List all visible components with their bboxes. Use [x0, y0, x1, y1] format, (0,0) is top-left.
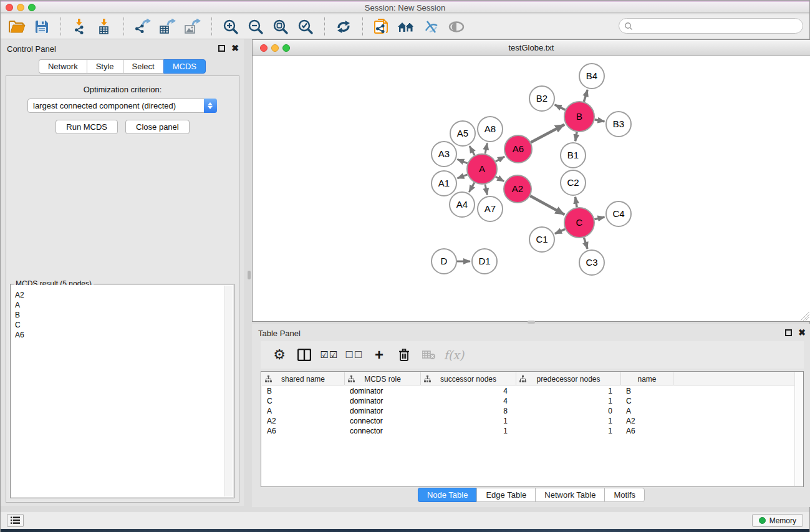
- tab-motifs[interactable]: Motifs: [604, 488, 645, 502]
- node-A3[interactable]: A3: [432, 142, 456, 167]
- tab-edge-table[interactable]: Edge Table: [476, 488, 535, 502]
- delete-row-button[interactable]: [393, 344, 415, 365]
- node-B2[interactable]: B2: [529, 86, 554, 111]
- edge-A6-B[interactable]: [531, 125, 564, 143]
- table-cell[interactable]: A2: [267, 416, 344, 426]
- add-row-button[interactable]: +: [368, 344, 390, 365]
- tab-style[interactable]: Style: [87, 59, 123, 74]
- table-cell[interactable]: A: [267, 406, 344, 416]
- node-B3[interactable]: B3: [606, 112, 631, 137]
- vertical-divider-handle[interactable]: [248, 271, 251, 279]
- edge-B-B4[interactable]: [584, 90, 587, 102]
- node-B[interactable]: B: [564, 102, 594, 132]
- node-B4[interactable]: B4: [579, 64, 604, 89]
- network-canvas[interactable]: ABCA6A2A5A8A3A1A4A7B2B4B3B1C2C4C1C3DD1: [253, 56, 810, 321]
- table-cell[interactable]: connector: [350, 416, 420, 426]
- table-cell[interactable]: C: [626, 396, 672, 406]
- edge-C-C3[interactable]: [584, 238, 588, 249]
- zoom-in-button[interactable]: [218, 16, 243, 37]
- window-resize-grip[interactable]: [801, 312, 809, 321]
- node-A2[interactable]: A2: [504, 175, 531, 203]
- table-cell[interactable]: dominator: [350, 396, 420, 406]
- table-cell[interactable]: 1: [516, 426, 612, 436]
- edge-A-A7[interactable]: [485, 185, 487, 195]
- node-D[interactable]: D: [432, 249, 456, 274]
- node-A4[interactable]: A4: [450, 192, 475, 217]
- edge-C-C4[interactable]: [594, 217, 604, 220]
- node-B1[interactable]: B1: [561, 143, 586, 168]
- deselect-all-checkboxes-button[interactable]: ☐☐: [343, 344, 365, 365]
- table-cell[interactable]: A: [626, 406, 672, 416]
- edge-B-B2[interactable]: [555, 105, 566, 110]
- edge-A-A2[interactable]: [496, 177, 504, 181]
- node-A8[interactable]: A8: [478, 117, 503, 142]
- table-cell[interactable]: connector: [350, 426, 420, 436]
- node-C2[interactable]: C2: [561, 170, 586, 195]
- show-graphics-details-button[interactable]: [444, 16, 469, 37]
- table-cell[interactable]: A6: [267, 426, 344, 436]
- edge-A-A4[interactable]: [469, 183, 475, 192]
- tab-mcds[interactable]: MCDS: [163, 59, 206, 74]
- select-all-checkboxes-button[interactable]: ☑☑: [318, 344, 340, 365]
- node-D1[interactable]: D1: [472, 249, 497, 274]
- table-row[interactable]: A2connector11A2: [262, 416, 794, 426]
- memory-button[interactable]: Memory: [752, 514, 803, 527]
- float-panel-icon[interactable]: [218, 45, 225, 52]
- column-header-name[interactable]: name: [621, 372, 673, 385]
- import-network-button[interactable]: [67, 16, 92, 37]
- table-cell[interactable]: A6: [626, 426, 672, 436]
- column-header-predecessor-nodes[interactable]: predecessor nodes: [516, 372, 621, 385]
- table-row[interactable]: Cdominator41C: [262, 396, 794, 406]
- column-header-MCDS-role[interactable]: MCDS role: [345, 372, 421, 385]
- close-panel-button[interactable]: Close panel: [125, 120, 190, 134]
- edge-B-B1[interactable]: [576, 132, 577, 142]
- table-row[interactable]: A6connector11A6: [262, 426, 794, 436]
- export-table-button[interactable]: [155, 16, 180, 37]
- edge-A-A8[interactable]: [485, 143, 487, 154]
- zoom-selected-button[interactable]: [293, 16, 318, 37]
- table-cell[interactable]: 8: [421, 406, 508, 416]
- zoom-fit-button[interactable]: [268, 16, 293, 37]
- table-cell[interactable]: dominator: [350, 406, 420, 416]
- edge-B-B3[interactable]: [595, 120, 605, 122]
- refresh-view-button[interactable]: [331, 16, 356, 37]
- export-image-button[interactable]: [180, 16, 205, 37]
- table-row[interactable]: Bdominator41B: [262, 386, 794, 396]
- node-C3[interactable]: C3: [579, 250, 604, 275]
- edge-A2-C[interactable]: [530, 196, 564, 215]
- open-session-button[interactable]: [4, 16, 29, 37]
- table-scrollbar[interactable]: [794, 372, 803, 486]
- network-window-titlebar[interactable]: testGlobe.txt: [253, 40, 810, 56]
- run-mcds-button[interactable]: Run MCDS: [55, 120, 118, 134]
- edge-A-A6[interactable]: [496, 157, 504, 162]
- column-settings-gear-button[interactable]: ⚙: [268, 344, 291, 365]
- table-cell[interactable]: 1: [516, 386, 612, 396]
- node-C1[interactable]: C1: [529, 227, 554, 252]
- table-cell[interactable]: dominator: [350, 386, 420, 396]
- optimization-criterion-dropdown[interactable]: largest connected component (directed): [27, 99, 217, 113]
- node-A[interactable]: A: [467, 154, 497, 184]
- float-table-panel-icon[interactable]: [785, 329, 792, 336]
- table-cell[interactable]: 1: [421, 426, 508, 436]
- duplicate-network-view-button[interactable]: [369, 16, 394, 37]
- table-cell[interactable]: A2: [626, 416, 672, 426]
- close-table-panel-icon[interactable]: ✖: [798, 329, 806, 336]
- edge-A-A5[interactable]: [470, 146, 475, 155]
- edge-A-A3[interactable]: [457, 159, 467, 163]
- result-list-item[interactable]: C: [11, 320, 233, 330]
- result-list-item[interactable]: A: [11, 300, 233, 310]
- tab-node-table[interactable]: Node Table: [418, 488, 477, 502]
- task-history-button[interactable]: [7, 514, 24, 527]
- node-A7[interactable]: A7: [478, 196, 503, 221]
- search-input[interactable]: [619, 18, 803, 34]
- save-session-button[interactable]: [29, 16, 54, 37]
- table-cell[interactable]: 1: [516, 396, 612, 406]
- table-cell[interactable]: B: [626, 386, 672, 396]
- result-list-item[interactable]: A2: [11, 290, 233, 300]
- column-header-shared-name[interactable]: shared name: [262, 372, 345, 385]
- hide-graphics-details-button[interactable]: [419, 16, 444, 37]
- home-layout-button[interactable]: [394, 16, 419, 37]
- node-C[interactable]: C: [564, 208, 594, 238]
- node-A6[interactable]: A6: [504, 135, 532, 163]
- tab-network-table[interactable]: Network Table: [535, 488, 604, 502]
